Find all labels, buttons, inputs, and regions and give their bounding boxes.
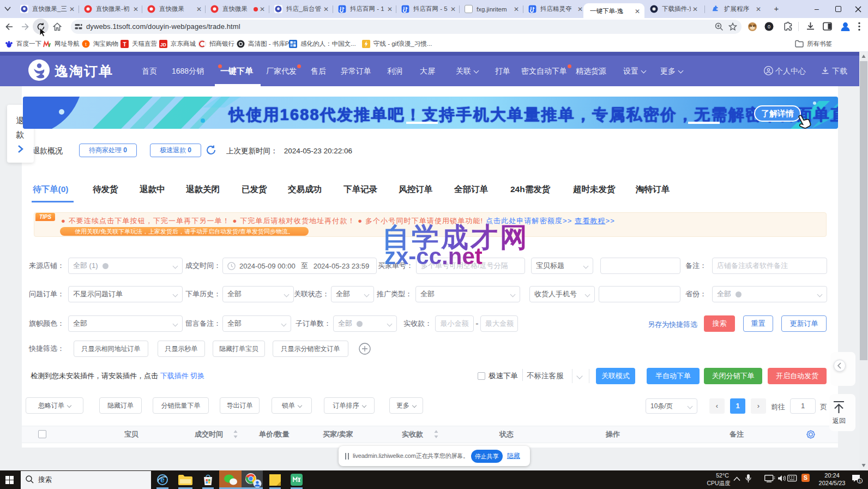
svg-text:T: T [123, 41, 126, 47]
svg-text:JD: JD [160, 41, 166, 47]
svg-text:0: 0 [768, 24, 770, 29]
svg-text:e: e [160, 475, 165, 484]
svg-text:1: 1 [859, 479, 861, 484]
